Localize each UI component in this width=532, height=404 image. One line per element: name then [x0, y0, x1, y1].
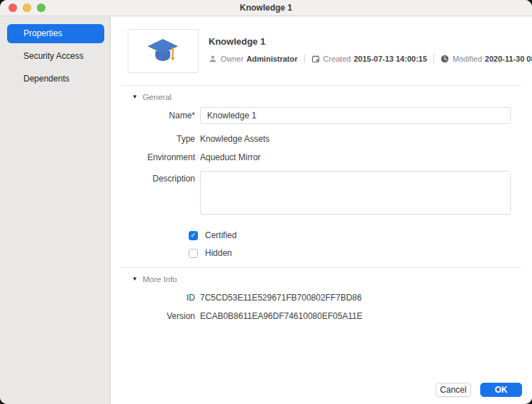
owner-value: Administrator [246, 55, 297, 63]
id-label: ID [111, 293, 200, 303]
environment-value: Aqueduct Mirror [200, 152, 511, 162]
minimize-button[interactable] [23, 4, 31, 12]
id-value: 7C5CD53E11E529671FB700802FF7BD86 [200, 293, 511, 303]
environment-row: Environment Aqueduct Mirror [111, 152, 532, 162]
general-section-header[interactable]: ▼ General [111, 86, 532, 101]
version-value: ECAB0B8611EA96DF74610080EF05A11E [200, 311, 511, 321]
dialog-footer: Cancel OK [436, 383, 522, 397]
sidebar-item-dependents[interactable]: Dependents [7, 69, 104, 89]
sidebar: Properties Security Access Dependents [0, 16, 111, 404]
traffic-lights [9, 4, 45, 12]
type-label: Type [111, 134, 200, 144]
description-textarea[interactable] [200, 171, 511, 215]
cancel-button[interactable]: Cancel [436, 383, 471, 397]
name-input[interactable] [200, 107, 511, 124]
name-label: Name* [111, 111, 200, 120]
more-info-section-title: More Info [143, 275, 177, 284]
asset-header: Knowledge 1 Owner Administrator Created … [111, 16, 532, 73]
description-label: Description [111, 171, 200, 184]
person-icon [209, 55, 217, 63]
modified-label: Modified [453, 55, 482, 63]
meta-divider [304, 54, 305, 63]
collapse-triangle-icon: ▼ [132, 276, 138, 282]
asset-icon-box [128, 29, 199, 73]
created-value: 2015-07-13 14:00:15 [354, 55, 427, 63]
calendar-plus-icon [311, 55, 320, 63]
hidden-label: Hidden [205, 248, 232, 258]
main-panel: Knowledge 1 Owner Administrator Created … [111, 16, 532, 404]
environment-label: Environment [111, 152, 200, 162]
version-row: Version ECAB0B8611EA96DF74610080EF05A11E [111, 311, 532, 321]
meta-divider [433, 54, 434, 63]
hidden-row: Hidden [111, 248, 532, 258]
certified-row: Certified [111, 230, 532, 240]
general-section-title: General [143, 93, 172, 101]
asset-meta-row: Owner Administrator Created 2015-07-13 1… [209, 54, 532, 63]
asset-header-info: Knowledge 1 Owner Administrator Created … [209, 29, 532, 73]
description-row: Description [111, 171, 532, 218]
sidebar-item-security-access[interactable]: Security Access [7, 47, 104, 66]
asset-title: Knowledge 1 [209, 36, 532, 47]
more-info-section-header[interactable]: ▼ More Info [111, 268, 532, 284]
id-row: ID 7C5CD53E11E529671FB700802FF7BD86 [111, 293, 532, 303]
version-label: Version [111, 311, 200, 321]
name-row: Name* [111, 107, 532, 124]
hidden-checkbox[interactable] [189, 249, 198, 258]
properties-dialog: Knowledge 1 Properties Security Access D… [0, 0, 532, 404]
clock-icon [440, 55, 449, 63]
type-value: Knowledge Assets [200, 134, 511, 144]
collapse-triangle-icon: ▼ [132, 94, 138, 100]
zoom-button[interactable] [37, 4, 45, 12]
ok-button[interactable]: OK [480, 383, 522, 397]
graduation-cap-icon [147, 38, 179, 64]
sidebar-item-properties[interactable]: Properties [7, 24, 104, 43]
close-button[interactable] [9, 4, 17, 12]
type-row: Type Knowledge Assets [111, 134, 532, 144]
window-title: Knowledge 1 [240, 3, 292, 13]
modified-value: 2020-11-30 08:09:51 [485, 55, 532, 63]
created-label: Created [323, 55, 351, 63]
certified-checkbox[interactable] [189, 231, 198, 240]
title-bar: Knowledge 1 [0, 0, 532, 16]
certified-label: Certified [205, 230, 237, 240]
owner-label: Owner [221, 55, 243, 63]
